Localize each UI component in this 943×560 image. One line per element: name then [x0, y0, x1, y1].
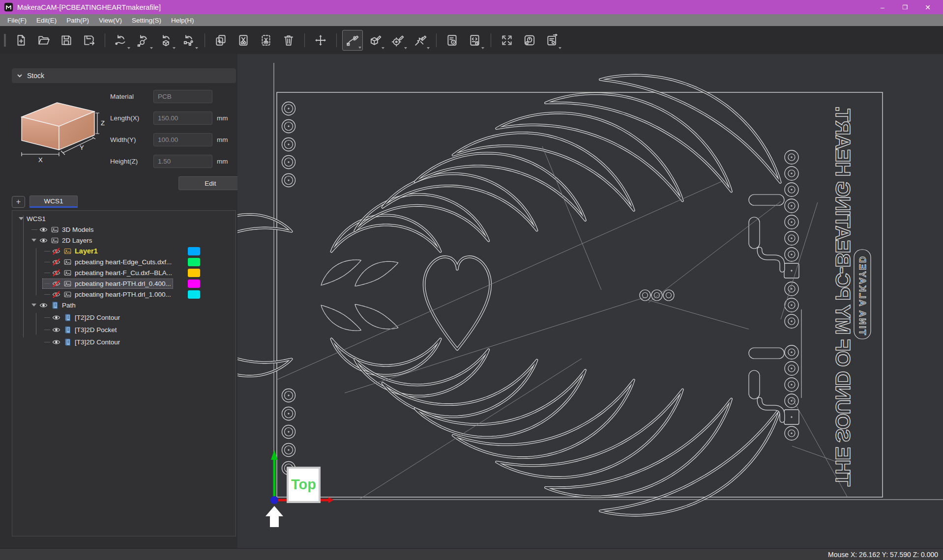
- dropdown-caret-icon[interactable]: [404, 47, 407, 49]
- tree-item-pcbeating-heart-f-cu-dxf-bla[interactable]: pcbeating heart-F_Cu.dxf--BLA...: [12, 267, 236, 278]
- path-icon: [51, 301, 59, 309]
- toolbar-grip[interactable]: [4, 34, 6, 47]
- dropdown-caret-icon[interactable]: [173, 47, 176, 49]
- paste-button[interactable]: [256, 30, 276, 51]
- close-button[interactable]: ✕: [916, 0, 939, 14]
- post-process-button[interactable]: [542, 30, 562, 51]
- eye-visible-icon[interactable]: [52, 338, 60, 346]
- expander-icon[interactable]: [31, 304, 36, 307]
- eye-visible-icon[interactable]: [39, 301, 48, 309]
- tree-item-3d-models[interactable]: 3D Models: [12, 224, 236, 235]
- eye-visible-icon[interactable]: [52, 326, 60, 334]
- tree-connector: [44, 294, 50, 295]
- stock-section-header[interactable]: Stock: [12, 68, 236, 83]
- menu-help[interactable]: Help(H): [167, 15, 199, 26]
- tree-item-label: [T3]2D Contour: [75, 338, 120, 346]
- edit-stock-button[interactable]: Edit: [178, 176, 242, 190]
- edit-split-button[interactable]: [410, 30, 431, 51]
- tree-item-label: pcbeating heart-F_Cu.dxf--BLA...: [75, 269, 172, 277]
- home-arrow-icon: [265, 506, 283, 527]
- flip-node-icon: [137, 34, 150, 47]
- minimize-button[interactable]: –: [871, 0, 894, 14]
- tree-connector: [44, 317, 50, 318]
- dropdown-caret-icon[interactable]: [358, 47, 361, 49]
- add-wcs-tab-button[interactable]: +: [12, 196, 25, 208]
- gcode-button[interactable]: [465, 30, 485, 51]
- dropdown-caret-icon[interactable]: [481, 47, 484, 49]
- restore-button[interactable]: ❐: [894, 0, 916, 14]
- eye-hidden-icon[interactable]: [52, 247, 60, 255]
- dropdown-caret-icon[interactable]: [427, 47, 430, 49]
- tree-item-2d-layers[interactable]: 2D Layers: [12, 235, 236, 246]
- eye-visible-icon[interactable]: [39, 225, 48, 234]
- flip-node-button[interactable]: [133, 30, 154, 51]
- eye-visible-icon[interactable]: [52, 313, 60, 322]
- dropdown-caret-icon[interactable]: [150, 47, 153, 49]
- stock-field-row: Length(X)150.00mm: [110, 112, 242, 125]
- save-file-button[interactable]: [56, 30, 77, 51]
- path-preview-icon: [446, 34, 459, 47]
- eye-visible-icon[interactable]: [39, 236, 48, 245]
- dropdown-caret-icon[interactable]: [382, 47, 384, 49]
- expander-icon[interactable]: [31, 239, 36, 242]
- flip-nest-button[interactable]: [178, 30, 199, 51]
- tree-item-pcbeating-heart-pth-drl-0-400[interactable]: pcbeating heart-PTH.drl_0.400...: [12, 278, 236, 289]
- fit-view-button[interactable]: [497, 30, 517, 51]
- simulate-button[interactable]: [519, 30, 540, 51]
- copy-button[interactable]: [210, 30, 231, 51]
- open-file-button[interactable]: [33, 30, 54, 51]
- toolbar-separator: [304, 33, 305, 47]
- flip-solid-button[interactable]: [156, 30, 177, 51]
- viewport-canvas[interactable]: THE SOUND OF MY PC-BEATING HEART.TINA AL…: [237, 54, 943, 548]
- tree-connector: [44, 273, 50, 273]
- width-input[interactable]: 100.00: [153, 133, 212, 146]
- delete-icon: [282, 34, 295, 47]
- eye-hidden-icon[interactable]: [52, 269, 60, 277]
- dropdown-caret-icon[interactable]: [559, 47, 561, 49]
- menu-setting[interactable]: Setting(S): [127, 15, 166, 26]
- cut-button[interactable]: [233, 30, 254, 51]
- dropdown-caret-icon[interactable]: [127, 47, 130, 49]
- path-preview-button[interactable]: [442, 30, 463, 51]
- menu-view[interactable]: View(V): [94, 15, 126, 26]
- edit-curve-button[interactable]: [342, 30, 363, 51]
- tree-item-layer1[interactable]: Layer1: [12, 246, 236, 256]
- toolbar: [0, 27, 943, 54]
- edit-drill-button[interactable]: [387, 30, 408, 51]
- layer-color-swatch[interactable]: [188, 247, 200, 255]
- menu-path[interactable]: Path(P): [62, 15, 93, 26]
- layer-color-swatch[interactable]: [188, 269, 200, 277]
- tree-item-t3-2d-contour[interactable]: [T3]2D Contour: [12, 336, 236, 347]
- move-button[interactable]: [310, 30, 331, 51]
- eye-hidden-icon[interactable]: [52, 290, 60, 299]
- gcode-icon: [469, 34, 481, 47]
- length-input[interactable]: 150.00: [153, 112, 212, 125]
- layer-color-swatch[interactable]: [188, 258, 200, 266]
- tree-item-t2-2d-contour[interactable]: [T2]2D Contour: [12, 312, 236, 323]
- tab-wcs1[interactable]: WCS1: [29, 196, 78, 208]
- material-input[interactable]: PCB: [153, 90, 212, 103]
- menu-file[interactable]: File(F): [3, 15, 31, 26]
- save-file-icon: [60, 34, 73, 47]
- flip-curve-button[interactable]: [111, 30, 131, 51]
- menu-edit[interactable]: Edit(E): [32, 15, 61, 26]
- tree-item-pcbeating-heart-edge-cuts-dxf[interactable]: pcbeating heart-Edge_Cuts.dxf...: [12, 256, 236, 267]
- height-input[interactable]: 1.50: [153, 155, 212, 168]
- edit-solid-button[interactable]: [365, 30, 385, 51]
- new-file-button[interactable]: [11, 30, 31, 51]
- tree-item-t3-2d-pocket[interactable]: [T3]2D Pocket: [12, 324, 236, 335]
- save-as-file-button[interactable]: [79, 30, 99, 51]
- tree-item-path[interactable]: Path: [12, 300, 236, 310]
- dropdown-caret-icon[interactable]: [195, 47, 198, 49]
- layer-color-swatch[interactable]: [188, 290, 200, 299]
- eye-hidden-icon[interactable]: [52, 258, 60, 266]
- view-orientation-label: Top: [291, 476, 316, 492]
- tree-item-wcs1[interactable]: WCS1: [12, 213, 236, 224]
- layer-icon: [63, 290, 72, 299]
- path-icon: [63, 313, 72, 322]
- layer-color-swatch[interactable]: [188, 280, 200, 288]
- eye-hidden-icon[interactable]: [52, 280, 60, 288]
- delete-button[interactable]: [278, 30, 299, 51]
- tree-connector: [44, 262, 50, 262]
- tree-item-pcbeating-heart-pth-drl-1-000[interactable]: pcbeating heart-PTH.drl_1.000...: [12, 289, 236, 300]
